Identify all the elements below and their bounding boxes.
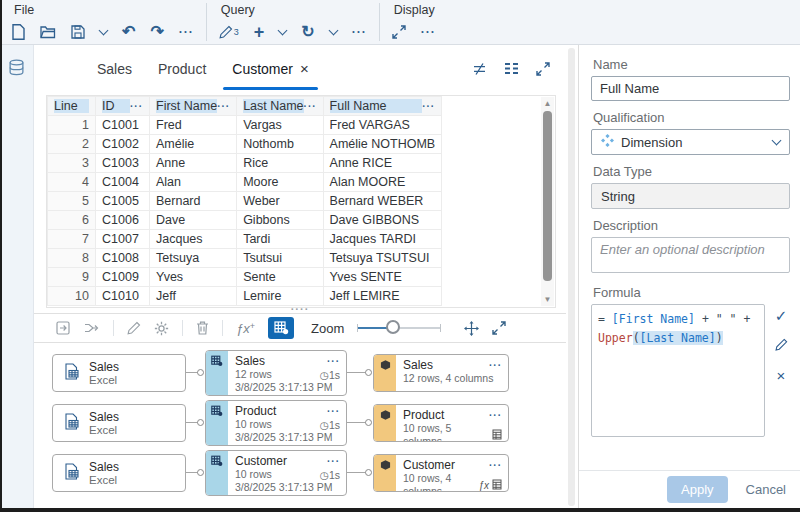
node-menu-icon[interactable]: ··· — [327, 456, 340, 467]
node-menu-icon[interactable]: ··· — [489, 460, 502, 471]
fit-screen-icon[interactable] — [492, 321, 506, 335]
data-type-label: Data Type — [593, 164, 790, 179]
tab-product[interactable]: Product — [145, 45, 219, 92]
clear-formula-icon[interactable]: × — [777, 368, 786, 383]
table-row[interactable]: 5C1005BernardWeberBernard WEBER — [48, 192, 442, 211]
node-menu-icon[interactable]: ··· — [327, 406, 340, 417]
column-menu-icon[interactable]: ··· — [130, 101, 143, 112]
node-row-count: 12 rows — [235, 368, 320, 381]
description-input[interactable] — [591, 237, 790, 273]
node-timestamp: 3/8/2025 3:17:13 PM — [235, 481, 340, 494]
column-menu-icon[interactable]: ··· — [217, 101, 230, 112]
table-row[interactable]: 3C1003AnneRiceAnne RICE — [48, 154, 442, 173]
settings-gear-icon[interactable] — [154, 321, 169, 336]
table-row[interactable]: 4C1004AlanMooreAlan MOORE — [48, 173, 442, 192]
col-header-full-name[interactable]: Full Name··· — [323, 97, 442, 116]
scroll-down-icon[interactable]: ▼ — [541, 295, 554, 304]
edit-query-icon[interactable]: 3 — [219, 25, 239, 39]
table-row[interactable]: 2C1002AmélieNothombAmélie NOTHOMB — [48, 135, 442, 154]
col-header-last-name[interactable]: Last Name··· — [237, 97, 323, 116]
display-overflow-icon[interactable]: ··· — [421, 25, 436, 39]
scrollbar-thumb[interactable] — [543, 111, 552, 281]
new-document-icon[interactable] — [12, 24, 25, 40]
step-node-product[interactable]: Product··· 10 rows◷1s 3/8/2025 3:17:13 P… — [205, 400, 347, 446]
edit-node-icon[interactable] — [127, 321, 141, 335]
file-overflow-icon[interactable]: ··· — [179, 25, 194, 39]
validate-formula-icon[interactable]: ✓ — [775, 308, 788, 323]
name-input[interactable] — [591, 76, 790, 101]
col-header-line[interactable]: Line — [48, 97, 96, 116]
undo-icon[interactable]: ↶ — [122, 24, 135, 40]
table-row[interactable]: 1C1001FredVargasFred VARGAS — [48, 116, 442, 135]
cancel-button[interactable]: Cancel — [746, 482, 786, 497]
pan-icon[interactable] — [464, 321, 479, 336]
vertical-scrollbar[interactable]: ▲ ▼ — [541, 97, 554, 306]
save-icon[interactable] — [71, 25, 85, 39]
splitter-grip-icon[interactable]: ···· — [291, 303, 310, 315]
formula-editor[interactable]: = [First Name] + " " + Upper([Last Name]… — [591, 304, 765, 437]
source-node-sales[interactable]: SalesExcel — [52, 354, 186, 392]
node-menu-icon[interactable]: ··· — [489, 410, 502, 421]
filter-toggle-icon[interactable] — [472, 62, 487, 76]
open-folder-icon[interactable] — [40, 25, 56, 39]
edit-formula-icon[interactable] — [775, 338, 788, 353]
node-info: 10 rows, 5 columns — [403, 422, 492, 442]
add-query-icon[interactable]: + — [254, 23, 265, 41]
close-tab-icon[interactable]: × — [300, 60, 309, 77]
table-row[interactable]: 10C1010JeffLemireJeff LEMIRE — [48, 287, 442, 306]
top-toolbar: File ↶ ↷ ··· Query 3 + ↻ ··· — [0, 0, 800, 45]
table-row[interactable]: 6C1006DaveGibbonsDave GIBBONS — [48, 211, 442, 230]
query-overflow-icon[interactable]: ··· — [352, 25, 367, 39]
redo-icon[interactable]: ↷ — [150, 24, 163, 40]
refresh-chevron-icon[interactable] — [328, 26, 338, 36]
slider-thumb[interactable] — [386, 320, 400, 334]
tab-sales[interactable]: Sales — [84, 45, 145, 92]
splitter-scrollbar[interactable] — [568, 48, 575, 506]
table-row[interactable]: 7C1007JacquesTardiJacques TARDI — [48, 230, 442, 249]
expand-grid-icon[interactable] — [536, 62, 550, 76]
step-node-customer[interactable]: Customer··· 10 rows◷1s 3/8/2025 3:17:13 … — [205, 450, 347, 496]
main-area: Sales Product Customer × Line ID··· — [34, 45, 566, 512]
table-preview-icon[interactable] — [492, 428, 502, 443]
output-node-product[interactable]: Product··· 10 rows, 5 columns — [373, 404, 509, 442]
table-row[interactable]: 8C1008TetsuyaTsutsuiTetsuya TSUTSUI — [48, 249, 442, 268]
add-formula-icon[interactable]: ƒx+ — [236, 321, 255, 336]
column-settings-icon[interactable] — [504, 62, 519, 75]
tab-customer[interactable]: Customer × — [219, 45, 321, 92]
move-to-icon[interactable] — [56, 321, 71, 335]
col-header-id[interactable]: ID··· — [96, 97, 150, 116]
scroll-up-icon[interactable]: ▲ — [541, 99, 554, 108]
zoom-slider[interactable] — [357, 318, 441, 338]
fullscreen-icon[interactable] — [392, 25, 406, 39]
add-query-chevron-icon[interactable] — [278, 26, 288, 36]
apply-button[interactable]: Apply — [667, 476, 728, 503]
step-node-sales[interactable]: Sales··· 12 rows◷1s 3/8/2025 3:17:13 PM — [205, 350, 347, 396]
col-header-first-name[interactable]: First Name··· — [150, 97, 237, 116]
toolbar-separator — [182, 320, 183, 336]
refresh-icon[interactable]: ↻ — [301, 24, 314, 40]
file-group-label: File — [12, 3, 194, 17]
node-menu-icon[interactable]: ··· — [327, 356, 340, 367]
delete-icon[interactable] — [196, 321, 209, 335]
join-icon[interactable] — [84, 321, 100, 335]
node-title: Sales — [89, 360, 119, 374]
source-node-customer[interactable]: SalesExcel — [52, 454, 186, 492]
column-menu-icon[interactable]: ··· — [422, 101, 435, 112]
table-preview-icon[interactable] — [492, 478, 502, 493]
grid-view-toggle-button[interactable] — [268, 317, 294, 339]
qualification-select[interactable]: Dimension — [591, 129, 790, 155]
source-node-product[interactable]: SalesExcel — [52, 404, 186, 442]
table-row[interactable]: 9C1009YvesSenteYves SENTE — [48, 268, 442, 287]
diagram-row-sales: SalesExcel Sales··· 12 rows◷1s 3/8/2025 … — [34, 350, 566, 396]
query-group: Query 3 + ↻ ··· — [207, 0, 379, 44]
panel-splitter[interactable] — [566, 45, 578, 512]
data-sources-icon[interactable] — [8, 59, 25, 79]
node-title: Sales — [235, 354, 327, 368]
output-node-customer[interactable]: Customer··· 10 rows, 4 columnsƒx — [373, 454, 509, 492]
output-node-sales[interactable]: Sales··· 12 rows, 4 columns — [373, 354, 509, 392]
column-menu-icon[interactable]: ··· — [304, 101, 317, 112]
node-menu-icon[interactable]: ··· — [489, 360, 502, 371]
output-node-stripe — [374, 455, 396, 491]
save-menu-chevron-icon[interactable] — [99, 26, 109, 36]
toolbar-separator — [222, 320, 223, 336]
